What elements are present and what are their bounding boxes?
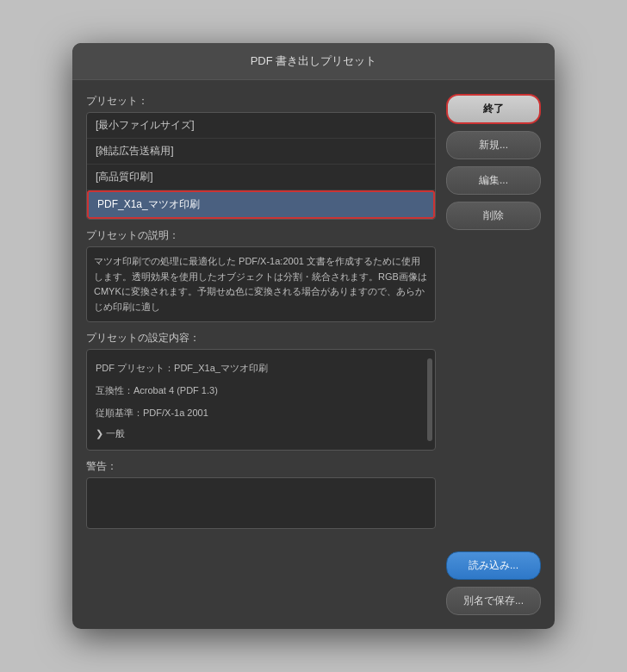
preset-item-magazine[interactable]: [雑誌広告送稿用] bbox=[87, 139, 435, 165]
preset-item-high-quality[interactable]: [高品質印刷] bbox=[87, 165, 435, 190]
description-text: マツオ印刷での処理に最適化した PDF/X-1a:2001 文書を作成するために… bbox=[94, 256, 427, 312]
dialog-title: PDF 書き出しプリセット bbox=[251, 54, 377, 67]
edit-button[interactable]: 編集... bbox=[446, 166, 541, 195]
description-label: プリセットの説明： bbox=[86, 228, 436, 243]
description-box: マツオ印刷での処理に最適化した PDF/X-1a:2001 文書を作成するために… bbox=[86, 246, 436, 322]
right-panel: 終了 新規... 編集... 削除 読み込み... 別名で保存... bbox=[446, 94, 541, 615]
left-panel: プリセット： [最小ファイルサイズ] [雑誌広告送稿用] [高品質印刷] PDF… bbox=[86, 94, 436, 615]
save-as-button[interactable]: 別名で保存... bbox=[446, 587, 541, 615]
new-button[interactable]: 新規... bbox=[446, 131, 541, 159]
dialog-window: PDF 書き出しプリセット プリセット： [最小ファイルサイズ] [雑誌広告送稿… bbox=[72, 43, 555, 629]
settings-section: プリセットの設定内容： PDF プリセット：PDF_X1a_マツオ印刷 互換性：… bbox=[86, 331, 436, 451]
delete-button[interactable]: 削除 bbox=[446, 202, 541, 230]
warning-section: 警告： bbox=[86, 459, 436, 529]
warning-box bbox=[86, 477, 436, 529]
settings-standard: 従順基準：PDF/X-1a 2001 bbox=[96, 401, 426, 424]
preset-list: [最小ファイルサイズ] [雑誌広告送稿用] [高品質印刷] PDF_X1a_マツ… bbox=[86, 112, 436, 220]
import-button[interactable]: 読み込み... bbox=[446, 551, 541, 580]
preset-item-min-size[interactable]: [最小ファイルサイズ] bbox=[87, 113, 435, 139]
preset-label: プリセット： bbox=[86, 94, 436, 109]
settings-preset: PDF プリセット：PDF_X1a_マツオ印刷 bbox=[96, 357, 426, 379]
settings-general: ❯ 一般 bbox=[96, 426, 125, 440]
settings-compatibility: 互換性：Acrobat 4 (PDF 1.3) bbox=[96, 379, 426, 401]
preset-item-pdf-x1a[interactable]: PDF_X1a_マツオ印刷 bbox=[87, 190, 435, 219]
exit-button[interactable]: 終了 bbox=[446, 94, 541, 124]
warning-label: 警告： bbox=[86, 459, 436, 474]
scrollbar[interactable] bbox=[427, 358, 432, 441]
settings-label: プリセットの設定内容： bbox=[86, 331, 436, 345]
settings-box: PDF プリセット：PDF_X1a_マツオ印刷 互換性：Acrobat 4 (P… bbox=[86, 349, 436, 451]
preset-section: プリセット： [最小ファイルサイズ] [雑誌広告送稿用] [高品質印刷] PDF… bbox=[86, 94, 436, 220]
title-bar: PDF 書き出しプリセット bbox=[72, 43, 555, 80]
description-section: プリセットの説明： マツオ印刷での処理に最適化した PDF/X-1a:2001 … bbox=[86, 228, 436, 322]
